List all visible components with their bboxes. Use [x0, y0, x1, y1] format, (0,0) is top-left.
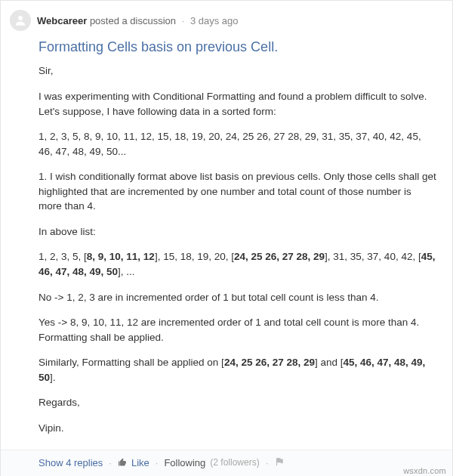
post-action: posted a discussion	[90, 15, 176, 26]
paragraph: I was experimenting with Conditional For…	[39, 89, 437, 119]
paragraph: Sir,	[39, 63, 437, 79]
show-replies-link[interactable]: Show 4 replies	[39, 457, 103, 468]
paragraph: Similarly, Formatting shall be applied o…	[39, 355, 437, 385]
paragraph: Regards,	[39, 395, 437, 410]
bold-run: 24, 25 26, 27 28, 29	[224, 357, 315, 368]
paragraph: 1, 2, 3, 5, [8, 9, 10, 11, 12], 15, 18, …	[39, 249, 437, 279]
separator-dot: ·	[156, 457, 159, 468]
post-actions: Show 4 replies · Like · Following (2 fol…	[1, 450, 452, 476]
like-link[interactable]: Like	[131, 457, 149, 468]
text-run: ], 31, 35, 37, 40, 42, [	[325, 251, 421, 262]
separator-dot: ·	[109, 457, 112, 468]
text-run: ] and [	[315, 357, 344, 368]
post-time: 3 days ago	[190, 15, 239, 26]
post-title[interactable]: Formatting Cells basis on previous Cell.	[39, 39, 437, 56]
text-run: ].	[50, 372, 56, 383]
paragraph: 1. I wish conditionally format above lis…	[39, 169, 437, 214]
post-header: Webcareer posted a discussion · 3 days a…	[1, 10, 452, 36]
user-icon	[14, 14, 27, 27]
discussion-post: Webcareer posted a discussion · 3 days a…	[0, 0, 453, 476]
author-name[interactable]: Webcareer	[37, 15, 87, 26]
thumbs-up-icon	[118, 458, 127, 467]
post-body: Formatting Cells basis on previous Cell.…	[1, 36, 452, 450]
watermark: wsxdn.com	[403, 466, 446, 475]
flag-icon[interactable]	[274, 456, 285, 469]
text-run: Similarly, Formatting shall be applied o…	[39, 357, 224, 368]
text-run: ], 15, 18, 19, 20, [	[155, 251, 234, 262]
paragraph: No -> 1, 2, 3 are in incremented order o…	[39, 290, 437, 305]
bold-run: 8, 9, 10, 11, 12	[87, 251, 155, 262]
text-run: 1, 2, 3, 5, [	[39, 251, 87, 262]
separator-dot: ·	[266, 457, 269, 468]
paragraph: Vipin.	[39, 421, 437, 436]
svg-point-0	[18, 16, 23, 20]
paragraph: In above list:	[39, 224, 437, 240]
followers-count: (2 followers)	[210, 457, 259, 468]
post-byline: Webcareer posted a discussion · 3 days a…	[37, 15, 239, 26]
bold-run: 24, 25 26, 27 28, 29	[234, 251, 325, 262]
separator-dot: ·	[182, 15, 185, 26]
paragraph: Yes -> 8, 9, 10, 11, 12 are incremented …	[39, 315, 437, 345]
following-label[interactable]: Following	[164, 457, 205, 468]
paragraph: 1, 2, 3, 5, 8, 9, 10, 11, 12, 15, 18, 19…	[39, 129, 437, 159]
text-run: ], ...	[118, 266, 135, 277]
avatar[interactable]	[10, 10, 31, 31]
